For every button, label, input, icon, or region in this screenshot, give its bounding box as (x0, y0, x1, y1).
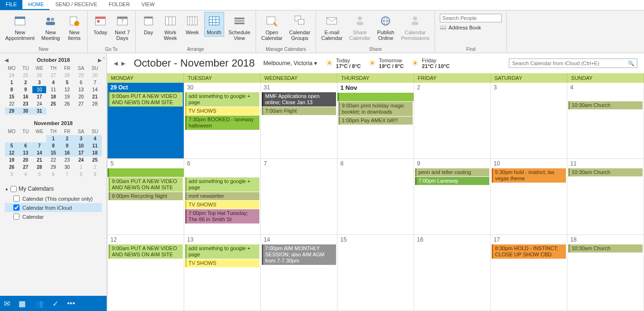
calendar-cell[interactable]: 3 (491, 83, 567, 159)
mini-calendar-day[interactable]: 21 (32, 156, 46, 164)
mini-calendar-day[interactable]: 14 (88, 86, 102, 93)
mini-calendar-day[interactable]: 27 (74, 100, 88, 107)
calendar-checkbox[interactable] (13, 214, 20, 220)
mini-calendar-day[interactable]: 4 (19, 171, 32, 178)
mini-calendar-day[interactable]: 2 (88, 164, 102, 171)
calendar-cell[interactable]: 105:30pm hold - instinct; las vegas them… (491, 159, 567, 235)
mini-calendar-day[interactable]: 28 (60, 72, 74, 79)
mini-calendar-day[interactable]: 24 (32, 100, 46, 107)
calendar-cell[interactable]: 410:30am Church (567, 83, 644, 159)
mini-calendar-day[interactable]: 27 (19, 164, 32, 171)
mini-calendar-day[interactable]: 26 (5, 164, 19, 171)
calendar-event[interactable]: add something to google + page (185, 177, 259, 192)
mini-calendar-day[interactable]: 3 (32, 79, 46, 86)
calendar-cell[interactable]: 147:00pm AIM MONTHLY SESSION; also AIM A… (261, 235, 337, 311)
calendar-cell[interactable]: 7 (261, 159, 337, 235)
calendar-cell[interactable]: 129:00am PUT A NEW VIDEO AND NEWS ON AIM… (108, 235, 184, 311)
mini-calendar-day[interactable]: 6 (19, 142, 32, 149)
calendar-event[interactable]: 9:00am print holiday magic booklet; in d… (338, 102, 413, 116)
calendar-event[interactable]: 10:30am Church (568, 101, 643, 109)
mail-nav-icon[interactable]: ✉ (4, 299, 10, 308)
mini-calendar-day[interactable]: 25 (19, 72, 32, 79)
mini-calendar-day[interactable]: 5 (60, 79, 74, 86)
calendar-event[interactable]: 8:30pm HOLD - INSTINCT; CLOSE UP SHOW CB… (492, 244, 566, 259)
calendar-event[interactable]: add something to google + page (185, 244, 259, 259)
publish-online-button[interactable]: Publish Online (375, 12, 396, 42)
mini-calendar-day[interactable]: 23 (19, 100, 32, 107)
calendar-list-item[interactable]: Calendar (This computer only) (5, 194, 102, 203)
new-meeting-button[interactable]: New Meeting (39, 12, 62, 42)
calendar-event[interactable]: 7:30pm BOOKED - laneway halloween (185, 116, 259, 130)
mini-calendar-day[interactable]: 20 (74, 93, 88, 100)
calendar-event[interactable]: 7:00pm Top Hat Tuesday; The 86 in Smith … (185, 209, 259, 224)
prev-month-button[interactable]: ◀ (5, 58, 9, 63)
calendar-cell[interactable]: 1 NovCruise - Golden Princes; Pt Vila to… (337, 83, 414, 159)
mini-calendar-day[interactable]: 8 (74, 171, 88, 178)
mini-calendar-day[interactable]: 1 (74, 164, 88, 171)
mini-calendar-day[interactable]: 11 (46, 86, 60, 93)
calendar-nav-icon[interactable]: ▦ (19, 299, 26, 308)
calendar-cell[interactable]: 1810:30am Church (567, 235, 644, 311)
people-nav-icon[interactable]: 👥 (34, 299, 44, 308)
calendar-event[interactable]: 10:30am Church (568, 244, 643, 253)
mini-calendar-day[interactable]: 28 (32, 164, 46, 171)
next-period-button[interactable]: ▶ (121, 60, 125, 67)
mini-calendar-day[interactable]: 9 (88, 171, 102, 178)
mini-calendar-day[interactable]: 26 (32, 72, 46, 79)
calendar-cell[interactable]: 13add something to google + pageTV SHOWS (184, 235, 261, 311)
calendar-cell[interactable]: 9penn and teller casting7:00pm Laneway (414, 159, 491, 235)
calendar-event[interactable]: 9:00am PUT A NEW VIDEO AND NEWS ON AIM S… (109, 177, 183, 192)
tab-file[interactable]: FILE (0, 0, 22, 10)
calendar-cell[interactable]: 16 (414, 235, 491, 311)
schedule-view-button[interactable]: Schedule View (226, 12, 253, 42)
mini-calendar-day[interactable]: 5 (5, 142, 19, 149)
calendar-event[interactable]: 9:00am PUT A NEW VIDEO AND NEWS ON AIM S… (109, 244, 183, 259)
prev-period-button[interactable]: ◀ (114, 60, 118, 67)
calendar-event[interactable]: add something to google + page (185, 92, 259, 107)
mini-calendar-day[interactable]: 28 (88, 100, 102, 107)
email-calendar-button[interactable]: E-mail Calendar (319, 12, 345, 42)
mini-calendar-day[interactable]: 19 (5, 156, 19, 164)
calendar-event[interactable]: 7:00am Flight (262, 107, 336, 115)
calendar-cell[interactable]: 5Cruise - Golden Princes; Pt Vila to Mel… (108, 159, 184, 235)
mini-calendar-day[interactable]: 16 (60, 149, 74, 156)
calendar-groups-button[interactable]: Calendar Groups (287, 12, 313, 42)
mini-calendar-day[interactable]: 2 (60, 135, 74, 142)
mini-calendar-day[interactable]: 18 (46, 93, 60, 100)
mini-calendar-day[interactable]: 5 (32, 171, 46, 178)
calendar-list-item[interactable]: Calendar (5, 212, 102, 221)
calendar-cell[interactable]: 31MMF Applications open online; Close Ja… (261, 83, 337, 159)
calendar-cell[interactable]: 15 (337, 235, 414, 311)
my-calendars-header[interactable]: ▲ My Calendars (5, 184, 102, 194)
calendar-checkbox[interactable] (13, 195, 20, 202)
mini-calendar-day[interactable]: 22 (46, 156, 60, 164)
calendar-event[interactable]: mmf newsletter (185, 192, 259, 200)
mini-calendar-day[interactable]: 4 (88, 135, 102, 142)
mini-calendar-day[interactable]: 15 (5, 93, 19, 100)
calendar-list-item[interactable]: Calendar from iCloud (5, 203, 102, 212)
weather-item[interactable]: ☀Friday21°C / 10°C (411, 58, 449, 69)
mini-calendar-day[interactable]: 1 (5, 79, 19, 86)
mini-calendar-day[interactable]: 22 (5, 100, 19, 107)
mini-calendar-day[interactable]: 10 (74, 142, 88, 149)
mini-calendar-day[interactable]: 26 (60, 100, 74, 107)
mini-calendar-day[interactable]: 7 (32, 142, 46, 149)
mini-calendar-day[interactable]: 2 (19, 79, 32, 86)
next-7-days-button[interactable]: 7Next 7 Days (112, 12, 132, 42)
work-week-button[interactable]: Work Week (160, 12, 180, 42)
calendar-cell[interactable]: 29 Oct9:00am PUT A NEW VIDEO AND NEWS ON… (108, 83, 184, 159)
calendar-cell[interactable]: 2 (414, 83, 491, 159)
calendar-event[interactable]: 7:00pm Laneway (415, 177, 489, 185)
collapse-sidebar-button[interactable]: ‹ (103, 55, 105, 60)
calendar-cell[interactable]: 6add something to google + pagemmf newsl… (184, 159, 261, 235)
mini-calendar-day[interactable]: 8 (5, 86, 19, 93)
mini-calendar-day[interactable]: 17 (32, 93, 46, 100)
mini-calendar-day[interactable]: 13 (74, 86, 88, 93)
search-icon[interactable]: 🔍 (628, 60, 634, 67)
mini-calendar-day[interactable]: 12 (5, 149, 19, 156)
mini-calendar-day[interactable]: 1 (46, 135, 60, 142)
calendar-cell[interactable]: 8 (337, 159, 414, 235)
tab-folder[interactable]: FOLDER (103, 0, 136, 10)
spanning-event[interactable]: Cruise - Golden Princes; Pt Vila to Melb… (337, 93, 414, 101)
mini-calendar-day[interactable]: 29 (46, 164, 60, 171)
